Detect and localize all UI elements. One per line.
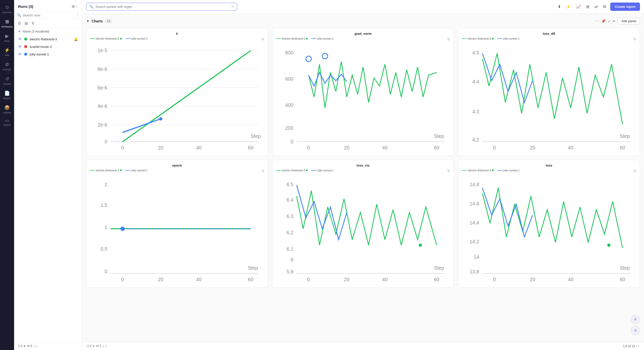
runs-bottom-prev[interactable]: ‹ — [102, 344, 104, 348]
chart-sort-button-loss-cls[interactable]: ⇅ — [447, 169, 450, 173]
chart-sort-button-loss[interactable]: ⇅ — [633, 169, 636, 173]
sidebar-label-overview: Overview — [2, 11, 12, 14]
svg-text:20: 20 — [344, 277, 349, 282]
artifacts-icon: 📦 — [4, 105, 10, 110]
runs-header: Runs (3) ⊞ › — [14, 0, 82, 12]
svg-text:0: 0 — [104, 139, 107, 144]
toolbar-chart-button[interactable]: 📈 — [575, 3, 582, 10]
toolbar-lightning-button[interactable]: ⚡ — [565, 3, 572, 10]
chart-body-loss-dfl: 4.5 4.4 4.3 4.2 0 20 40 60 Step — [462, 42, 636, 152]
sidebar-item-workspace[interactable]: ⊞ Workspace — [0, 16, 14, 31]
run-visibility-icon-scarlet[interactable]: 👁 — [18, 45, 22, 49]
panel-search-clear-icon[interactable]: ✕ — [231, 5, 234, 9]
toolbar-table-button[interactable]: ⊞ — [585, 3, 590, 10]
run-item-electric[interactable]: 👁 electric-firebrand-3 🔔 — [14, 35, 82, 43]
panel-search-icon: 🔍 — [89, 5, 93, 9]
chart-sort-button-loss-dfl[interactable]: ⇅ — [633, 37, 636, 41]
sidebar-label-automat: Automat. — [3, 68, 12, 71]
run-visibility-icon-electric[interactable]: 👁 — [18, 37, 22, 41]
float-translate-button-1[interactable]: A — [631, 315, 640, 324]
runs-search-input[interactable] — [23, 13, 75, 17]
runs-search-bar[interactable]: 🔍 .* — [14, 12, 82, 19]
runs-columns-button[interactable]: ▤ — [24, 20, 29, 26]
runs-page-dropdown[interactable]: ▾ — [24, 344, 25, 348]
run-item-scarlet[interactable]: 👁 scarlet-music-2 — [14, 43, 82, 50]
bottom-bar: 1-3 ▾ of 3 ‹ › 1-6 of 12 ‹ › — [82, 342, 644, 350]
runs-filter-button[interactable]: ☰ — [17, 20, 22, 26]
svg-text:14.2: 14.2 — [470, 239, 479, 244]
create-report-button[interactable]: Create report — [610, 3, 640, 11]
chart-title-lr: lr — [90, 32, 264, 36]
chart-svg-epoch: 2 1.5 1 0.5 0 0 20 40 60 Step — [90, 174, 264, 284]
sidebar-item-overview[interactable]: ⊙ Overview — [0, 2, 14, 16]
toolbar-download-button[interactable]: ⬇ — [557, 3, 562, 10]
svg-text:40: 40 — [382, 277, 388, 282]
sidebar-item-sweeps[interactable]: ↺ Sweeps — [0, 74, 14, 88]
charts-section-header: ▼ Charts 12 ⋯ 📌 ⤢ ✏ Add panel — [86, 18, 640, 24]
sidebar-item-reports[interactable]: 📄 Reports — [0, 88, 14, 102]
svg-text:4.5: 4.5 — [473, 50, 479, 55]
svg-text:40: 40 — [382, 145, 388, 150]
runs-page-range: 1-3 — [18, 344, 22, 348]
section-pin-button[interactable]: 📌 — [601, 19, 605, 23]
charts-section-count: 12 — [105, 19, 112, 23]
runs-title: Runs (3) — [18, 4, 33, 9]
runs-page-dropdown-icon[interactable]: ▾ — [93, 344, 94, 348]
svg-text:0: 0 — [307, 145, 310, 150]
svg-text:13.8: 13.8 — [470, 269, 479, 274]
charts-next-page[interactable]: › — [638, 344, 639, 348]
sidebar-label-sweeps: Sweeps — [3, 83, 11, 85]
runs-bottom-next[interactable]: › — [105, 344, 106, 348]
chart-card-lr: lr electric-firebrand-3 jolly-sunset-1 ⇅… — [86, 28, 268, 156]
sidebar-label-weave: Weave — [4, 124, 11, 126]
run-color-dot-jolly — [24, 53, 27, 56]
charts-section-collapse-button[interactable]: ▼ — [86, 19, 90, 23]
runs-prev-button[interactable]: ‹ — [33, 344, 35, 348]
runs-list: 👁 Name (3 visualized) 👁 electric-firebra… — [14, 28, 82, 342]
panel-search-bar[interactable]: 🔍 ✕ — [86, 3, 237, 11]
chart-sort-button-epoch[interactable]: ⇅ — [261, 169, 264, 173]
runs-page-info: 1-3 ▾ of 3 ‹ › — [87, 344, 106, 348]
sidebar-label-reports: Reports — [3, 97, 11, 100]
svg-text:14.4: 14.4 — [470, 220, 479, 226]
runs-table-view-button[interactable]: ⊞ › — [71, 4, 78, 9]
runs-of-total: of 3 — [96, 344, 101, 348]
run-item-jolly[interactable]: 👁 jolly-sunset-1 — [14, 50, 82, 58]
add-panel-button[interactable]: Add panel — [618, 18, 640, 24]
sidebar-item-jobs[interactable]: ⚡ Jobs — [0, 45, 14, 59]
sidebar-label-artifacts: Artifacts — [3, 111, 11, 114]
section-expand-button[interactable]: ⤢ — [607, 19, 611, 23]
run-bell-icon-electric[interactable]: 🔔 — [74, 37, 78, 41]
panel-search-input[interactable] — [95, 5, 229, 9]
chart-sort-button-lr[interactable]: ⇅ — [261, 37, 264, 41]
charts-prev-page[interactable]: ‹ — [636, 344, 637, 348]
svg-text:0: 0 — [493, 145, 496, 150]
run-visibility-icon-jolly[interactable]: 👁 — [18, 52, 22, 56]
runs-regex-indicator: .* — [77, 14, 79, 17]
svg-text:14.8: 14.8 — [470, 182, 479, 187]
toolbar-settings-button[interactable]: ⚙ — [602, 3, 607, 10]
run-name-jolly: jolly-sunset-1 — [30, 52, 78, 56]
chart-svg-grad-norm: 800 600 400 200 0 0 20 40 60 Step — [276, 42, 450, 152]
float-translate-button-2[interactable]: A — [631, 326, 640, 335]
chart-card-loss-dfl: loss_dfl electric-firebrand-3 jolly-suns… — [458, 28, 640, 156]
runs-sort-button[interactable]: ⇅ — [31, 20, 35, 26]
chart-title-loss-dfl: loss_dfl — [462, 32, 636, 36]
sidebar-item-runs[interactable]: ▶ Runs — [0, 31, 14, 45]
svg-text:200: 200 — [285, 125, 293, 131]
sweeps-icon: ↺ — [5, 76, 9, 82]
svg-text:6: 6 — [291, 257, 293, 263]
chart-card-loss: loss electric-firebrand-3 jolly-sunset-1… — [458, 160, 640, 288]
toolbar-compare-button[interactable]: ⇄ — [593, 3, 599, 10]
section-edit-button[interactable]: ✏ — [613, 19, 616, 23]
sidebar-item-automat[interactable]: ⚙ Automat. — [0, 59, 14, 74]
sidebar-item-artifacts[interactable]: 📦 Artifacts — [0, 102, 14, 117]
svg-text:20: 20 — [344, 145, 349, 150]
runs-next-button[interactable]: › — [36, 344, 38, 348]
chart-sort-button-grad-norm[interactable]: ⇅ — [447, 37, 450, 41]
svg-text:1: 1 — [104, 224, 107, 230]
sidebar-item-weave[interactable]: </> Weave — [0, 116, 14, 129]
svg-text:Step: Step — [434, 133, 444, 139]
runs-icon: ▶ — [5, 33, 9, 39]
charts-section-menu-icon[interactable]: ⋯ — [595, 19, 599, 23]
